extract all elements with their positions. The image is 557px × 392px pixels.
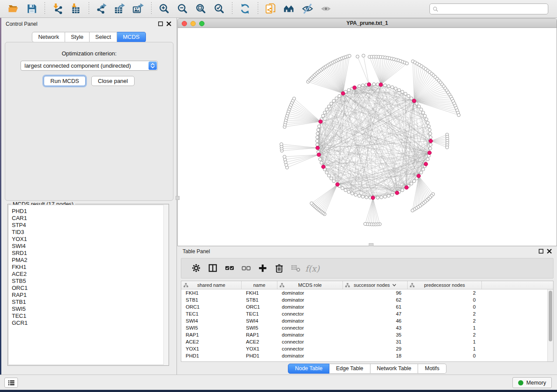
cell-MCDS-role[interactable]: dominator xyxy=(277,317,343,324)
cell-predecessor-nodes[interactable]: 0 xyxy=(408,296,482,303)
float-panel-icon[interactable] xyxy=(158,21,163,26)
search-box[interactable] xyxy=(429,3,548,14)
apply-layout-icon[interactable] xyxy=(239,2,252,15)
memory-button[interactable]: Memory xyxy=(512,377,552,388)
cell-MCDS-role[interactable]: dominator xyxy=(277,331,343,338)
table-row[interactable]: TEC1TEC1connector472 xyxy=(181,310,553,317)
cell-predecessor-nodes[interactable]: 1 xyxy=(408,324,482,331)
table-row[interactable]: STB1STB1dominator620 xyxy=(181,296,553,303)
tab-node-table[interactable]: Node Table xyxy=(288,364,329,374)
import-table-icon[interactable] xyxy=(69,2,83,15)
cell-name[interactable]: ACE2 xyxy=(242,338,277,345)
mcds-result-node[interactable]: PMA2 xyxy=(12,257,168,264)
network-graph[interactable] xyxy=(178,28,557,246)
table-row[interactable]: RAP1RAP1dominator352 xyxy=(181,331,553,338)
cell-predecessor-nodes[interactable]: 2 xyxy=(408,289,482,296)
column-header-shared-name[interactable]: shared name xyxy=(181,281,242,289)
unselect-all-columns-icon[interactable] xyxy=(240,262,252,275)
delete-columns-icon[interactable] xyxy=(273,262,285,275)
mcds-result-node[interactable]: RAP1 xyxy=(12,292,168,299)
tab-edge-table[interactable]: Edge Table xyxy=(329,364,370,374)
window-minimize-light[interactable] xyxy=(190,21,196,26)
cell-MCDS-role[interactable]: connector xyxy=(277,310,343,317)
mcds-result-node[interactable]: SRD1 xyxy=(12,250,168,257)
mcds-result-node[interactable]: STP4 xyxy=(12,222,168,229)
cell-MCDS-role[interactable]: dominator xyxy=(277,303,343,310)
cell-name[interactable]: YOX1 xyxy=(242,345,277,352)
mcds-result-node[interactable]: ACE2 xyxy=(12,271,168,278)
zoom-out-icon[interactable] xyxy=(176,2,189,15)
cell-name[interactable]: SWI5 xyxy=(242,324,277,331)
cell-successor-nodes[interactable]: 47 xyxy=(343,310,408,317)
cell-successor-nodes[interactable]: 46 xyxy=(343,317,408,324)
export-network-icon[interactable] xyxy=(95,2,108,15)
show-task-history-button[interactable] xyxy=(4,378,18,388)
cell-successor-nodes[interactable]: 29 xyxy=(343,345,408,352)
cell-predecessor-nodes[interactable]: 0 xyxy=(408,303,482,310)
mcds-result-node[interactable]: CAR1 xyxy=(12,215,168,222)
table-row[interactable]: FKH1FKH1dominator962 xyxy=(181,289,553,296)
cell-predecessor-nodes[interactable]: 2 xyxy=(408,317,482,324)
cell-shared-name[interactable]: RAP1 xyxy=(181,331,242,338)
cell-name[interactable]: ORC1 xyxy=(242,303,277,310)
cell-successor-nodes[interactable]: 61 xyxy=(343,303,408,310)
save-session-icon[interactable] xyxy=(25,2,38,15)
cell-shared-name[interactable]: SWI4 xyxy=(181,317,242,324)
mcds-result-node[interactable]: ORC1 xyxy=(12,285,168,292)
table-row[interactable]: ORC1ORC1dominator610 xyxy=(181,303,553,310)
table-settings-icon[interactable] xyxy=(190,262,202,275)
run-mcds-button[interactable]: Run MCDS xyxy=(44,76,86,86)
cell-MCDS-role[interactable]: dominator xyxy=(277,352,343,359)
tab-motifs[interactable]: Motifs xyxy=(418,364,446,374)
table-row[interactable]: ACE2ACE2connector311 xyxy=(181,338,553,345)
mcds-result-node[interactable]: STB5 xyxy=(12,278,168,285)
search-input[interactable] xyxy=(439,5,548,14)
column-header-MCDS-role[interactable]: MCDS role xyxy=(277,281,343,289)
mcds-result-node[interactable]: STB1 xyxy=(12,299,168,306)
mcds-result-node[interactable]: PHD1 xyxy=(12,208,168,215)
cell-shared-name[interactable]: SWI5 xyxy=(181,324,242,331)
cell-shared-name[interactable]: PHD1 xyxy=(181,352,242,359)
cell-name[interactable]: STB1 xyxy=(242,296,277,303)
column-header-successor-nodes[interactable]: successor nodes xyxy=(343,281,408,289)
cell-successor-nodes[interactable]: 62 xyxy=(343,296,408,303)
zoom-in-icon[interactable] xyxy=(158,2,171,15)
table-row[interactable]: SWI4SWI4dominator462 xyxy=(181,317,553,324)
cell-successor-nodes[interactable]: 35 xyxy=(343,331,408,338)
export-table-icon[interactable] xyxy=(114,2,127,15)
export-document-icon[interactable] xyxy=(264,2,277,15)
open-session-icon[interactable] xyxy=(7,2,20,15)
first-neighbors-icon[interactable] xyxy=(283,2,296,15)
cell-MCDS-role[interactable]: connector xyxy=(277,324,343,331)
select-all-columns-icon[interactable] xyxy=(223,262,235,275)
cell-shared-name[interactable]: ORC1 xyxy=(181,303,242,310)
mcds-result-node[interactable]: SWI5 xyxy=(12,306,168,313)
tab-network-table[interactable]: Network Table xyxy=(370,364,419,374)
mcds-result-node[interactable]: FKH1 xyxy=(12,264,168,271)
tab-mcds[interactable]: MCDS xyxy=(117,32,145,42)
close-panel-button[interactable]: Close panel xyxy=(91,76,135,86)
cell-shared-name[interactable]: FKH1 xyxy=(181,289,242,296)
cell-successor-nodes[interactable]: 18 xyxy=(343,352,408,359)
cell-shared-name[interactable]: TEC1 xyxy=(181,310,242,317)
vertical-splitter-handle[interactable] xyxy=(176,196,180,200)
cell-name[interactable]: PHD1 xyxy=(242,352,277,359)
mcds-result-node[interactable]: TEC1 xyxy=(12,313,168,320)
optimization-criterion-select[interactable]: largest connected component (undirected) xyxy=(21,61,158,71)
table-row[interactable]: YOX1YOX1connector291 xyxy=(181,345,553,352)
table-scrollbar[interactable] xyxy=(547,289,553,361)
cell-predecessor-nodes[interactable]: 2 xyxy=(408,310,482,317)
export-image-icon[interactable] xyxy=(132,2,145,15)
cell-name[interactable]: FKH1 xyxy=(242,289,277,296)
table-row[interactable]: PHD1PHD1dominator180 xyxy=(181,352,553,359)
close-table-panel-icon[interactable] xyxy=(547,249,552,254)
cell-predecessor-nodes[interactable]: 1 xyxy=(408,338,482,345)
mcds-result-list[interactable]: PHD1CAR1STP4TID3YOX1SWI4SRD1PMA2FKH1ACE2… xyxy=(8,205,168,365)
cell-name[interactable]: RAP1 xyxy=(242,331,277,338)
column-header-predecessor-nodes[interactable]: predecessor nodes xyxy=(408,281,482,289)
tab-select[interactable]: Select xyxy=(90,32,117,42)
cell-shared-name[interactable]: ACE2 xyxy=(181,338,242,345)
window-close-light[interactable] xyxy=(182,21,187,26)
zoom-selected-icon[interactable] xyxy=(213,2,226,15)
close-panel-icon[interactable] xyxy=(166,21,171,26)
